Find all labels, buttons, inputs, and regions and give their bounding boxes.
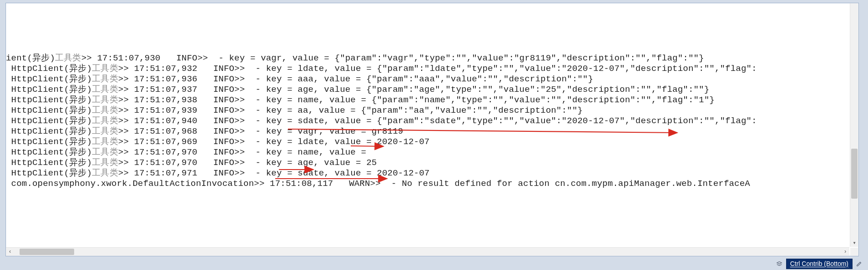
log-line: HttpClient(异步)工具类>> 17:51:07,970 INFO>> … xyxy=(6,158,849,168)
scroll-right-icon[interactable]: › xyxy=(841,248,849,256)
log-timestamp: 17:51:07,930 xyxy=(97,53,160,63)
log-timestamp: 17:51:07,970 xyxy=(134,158,197,168)
log-separator: >> xyxy=(118,95,134,105)
log-category: 工具类 xyxy=(92,95,118,105)
log-category: 工具类 xyxy=(55,53,81,63)
log-line: ient(异步)工具类>> 17:51:07,930 INFO>> - key … xyxy=(6,53,849,64)
log-line: HttpClient(异步)工具类>> 17:51:07,937 INFO>> … xyxy=(6,85,849,95)
log-separator: >> xyxy=(118,64,134,74)
scroll-down-icon[interactable]: ▾ xyxy=(850,239,858,247)
log-level: INFO>> xyxy=(213,116,245,126)
log-level: INFO>> xyxy=(213,85,245,95)
log-level: INFO>> xyxy=(176,53,208,63)
log-message: - key = sdate, value = 2020-12-07 xyxy=(245,168,429,178)
log-line: com.opensymphony.xwork.DefaultActionInvo… xyxy=(6,179,849,189)
log-separator: >> xyxy=(118,116,134,126)
log-category: 工具类 xyxy=(92,158,118,168)
log-separator: >> xyxy=(118,158,134,168)
status-contrib-button[interactable]: Ctrl Contrib (Bottom) xyxy=(786,259,853,269)
log-level: WARN>> xyxy=(349,179,381,189)
horizontal-scroll-thumb[interactable] xyxy=(20,249,74,255)
log-category: 工具类 xyxy=(92,74,118,84)
log-separator: >> xyxy=(118,147,134,157)
log-category: 工具类 xyxy=(92,126,118,136)
log-prefix: HttpClient(异步) xyxy=(6,95,92,105)
log-line: HttpClient(异步)工具类>> 17:51:07,970 INFO>> … xyxy=(6,147,849,158)
log-content: ient(异步)工具类>> 17:51:07,930 INFO>> - key … xyxy=(6,53,849,189)
console-panel: ient(异步)工具类>> 17:51:07,930 INFO>> - key … xyxy=(5,3,859,256)
horizontal-scrollbar[interactable]: ‹ › xyxy=(6,247,849,256)
log-viewport[interactable]: ient(异步)工具类>> 17:51:07,930 INFO>> - key … xyxy=(6,3,849,247)
log-message: - key = vagr, value = gr8119 xyxy=(245,126,403,136)
log-prefix: HttpClient(异步) xyxy=(6,74,92,84)
log-timestamp: 17:51:07,971 xyxy=(134,168,197,178)
log-prefix: com.opensymphony.xwork.DefaultActionInvo… xyxy=(6,179,254,189)
log-timestamp: 17:51:07,939 xyxy=(134,105,197,115)
log-separator: >> xyxy=(118,74,134,84)
log-prefix: HttpClient(异步) xyxy=(6,147,92,157)
log-level: INFO>> xyxy=(213,95,245,105)
log-timestamp: 17:51:07,936 xyxy=(134,74,197,84)
log-message: - key = ldate, value = 2020-12-07 xyxy=(245,137,429,147)
log-line: HttpClient(异步)工具类>> 17:51:07,932 INFO>> … xyxy=(6,64,849,74)
vertical-scrollbar[interactable]: ▾ xyxy=(850,3,858,247)
log-category: 工具类 xyxy=(92,168,118,178)
log-message: - No result defined for action cn.com.my… xyxy=(381,179,750,189)
edit-icon[interactable] xyxy=(855,260,863,268)
log-level: INFO>> xyxy=(213,158,245,168)
layers-icon[interactable] xyxy=(775,260,783,268)
log-prefix: HttpClient(异步) xyxy=(6,168,92,178)
log-category: 工具类 xyxy=(92,85,118,95)
window-outer: ient(异步)工具类>> 17:51:07,930 INFO>> - key … xyxy=(5,2,860,257)
log-message: - key = name, value = {"param":"name","t… xyxy=(245,95,715,105)
scroll-left-icon[interactable]: ‹ xyxy=(6,248,14,256)
log-category: 工具类 xyxy=(92,137,118,147)
log-prefix: HttpClient(异步) xyxy=(6,105,92,115)
log-category: 工具类 xyxy=(92,64,118,74)
log-message: - key = age, value = {"param":"age","typ… xyxy=(245,85,709,95)
log-category: 工具类 xyxy=(92,116,118,126)
log-level: INFO>> xyxy=(213,126,245,136)
log-level: INFO>> xyxy=(213,137,245,147)
log-separator: >> xyxy=(254,179,270,189)
log-level: INFO>> xyxy=(213,147,245,157)
log-level: INFO>> xyxy=(213,64,245,74)
log-message: - key = sdate, value = {"param":"sdate",… xyxy=(245,116,757,126)
log-timestamp: 17:51:07,968 xyxy=(134,126,197,136)
log-separator: >> xyxy=(118,137,134,147)
log-timestamp: 17:51:07,940 xyxy=(134,116,197,126)
log-line: HttpClient(异步)工具类>> 17:51:07,938 INFO>> … xyxy=(6,95,849,105)
log-prefix: HttpClient(异步) xyxy=(6,116,92,126)
log-separator: >> xyxy=(118,105,134,115)
log-timestamp: 17:51:07,932 xyxy=(134,64,197,74)
log-separator: >> xyxy=(118,85,134,95)
log-separator: >> xyxy=(118,168,134,178)
log-message: - key = vagr, value = {"param":"vagr","t… xyxy=(208,53,704,63)
log-timestamp: 17:51:07,970 xyxy=(134,147,197,157)
vertical-scroll-thumb[interactable] xyxy=(851,149,858,199)
log-timestamp: 17:51:07,938 xyxy=(134,95,197,105)
log-prefix: HttpClient(异步) xyxy=(6,126,92,136)
log-timestamp: 17:51:07,969 xyxy=(134,137,197,147)
log-message: - key = age, value = 25 xyxy=(245,158,377,168)
log-message: - key = aa, value = {"param":"aa","value… xyxy=(245,105,583,115)
log-line: HttpClient(异步)工具类>> 17:51:07,940 INFO>> … xyxy=(6,116,849,126)
log-timestamp: 17:51:07,937 xyxy=(134,85,197,95)
log-line: HttpClient(异步)工具类>> 17:51:07,968 INFO>> … xyxy=(6,126,849,137)
log-prefix: ient(异步) xyxy=(6,53,55,63)
log-category: 工具类 xyxy=(92,105,118,115)
log-prefix: HttpClient(异步) xyxy=(6,158,92,168)
log-timestamp: 17:51:08,117 xyxy=(270,179,333,189)
log-message: - key = ldate, value = {"param":"ldate",… xyxy=(245,64,757,74)
log-line: HttpClient(异步)工具类>> 17:51:07,971 INFO>> … xyxy=(6,168,849,179)
log-separator: >> xyxy=(81,53,97,63)
log-line: HttpClient(异步)工具类>> 17:51:07,939 INFO>> … xyxy=(6,105,849,116)
log-prefix: HttpClient(异步) xyxy=(6,85,92,95)
log-message: - key = aaa, value = {"param":"aaa","val… xyxy=(245,74,593,84)
log-level: INFO>> xyxy=(213,105,245,115)
log-level: INFO>> xyxy=(213,168,245,178)
statusbar: Ctrl Contrib (Bottom) xyxy=(775,258,863,269)
log-line: HttpClient(异步)工具类>> 17:51:07,936 INFO>> … xyxy=(6,74,849,85)
log-message: - key = name, value = xyxy=(245,147,366,157)
log-separator: >> xyxy=(118,126,134,136)
